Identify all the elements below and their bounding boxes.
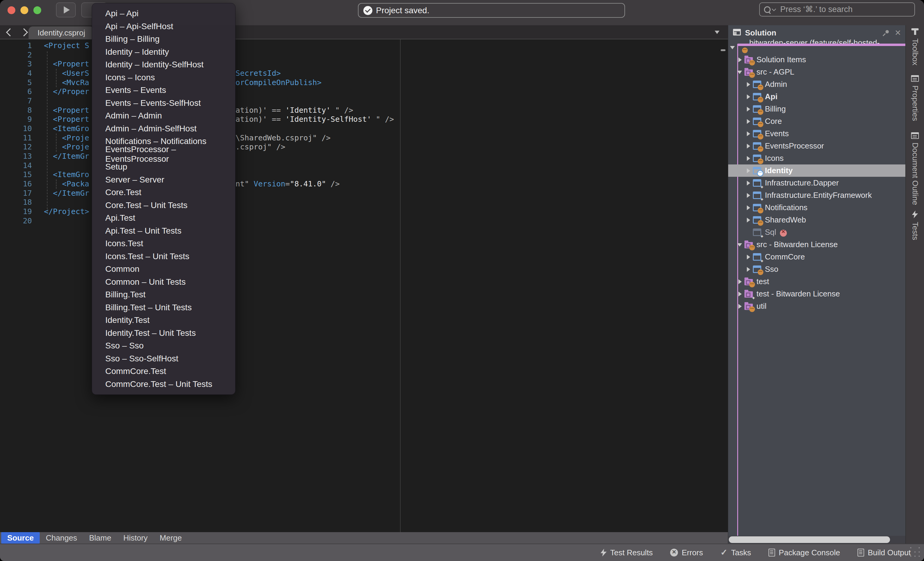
tree-item[interactable]: Api	[728, 90, 905, 103]
global-search-field[interactable]	[759, 2, 915, 16]
config-menu-item[interactable]: Events – Events	[92, 84, 235, 97]
disclosure-right-icon[interactable]	[745, 205, 752, 211]
tree-item[interactable]: Icons	[728, 152, 905, 165]
git-tab-history[interactable]: History	[117, 532, 154, 543]
config-menu-item[interactable]: Core.Test – Unit Tests	[92, 199, 235, 212]
disclosure-right-icon[interactable]	[745, 254, 752, 260]
config-menu-item[interactable]: Api – Api-SelfHost	[92, 20, 235, 33]
tree-item[interactable]: EventsProcessor	[728, 140, 905, 152]
disclosure-right-icon[interactable]	[736, 278, 743, 285]
resize-grip[interactable]	[910, 547, 921, 558]
disclosure-right-icon[interactable]	[745, 168, 752, 174]
config-menu-item[interactable]: Identity – Identity	[92, 46, 235, 58]
disclosure-right-icon[interactable]	[745, 94, 752, 100]
tree-item[interactable]: util	[728, 300, 905, 313]
global-search-input[interactable]	[780, 4, 901, 15]
config-menu-item[interactable]: Api – Api	[92, 7, 235, 20]
config-menu-item[interactable]: CommCore.Test	[92, 365, 235, 378]
config-menu-item[interactable]: CommCore.Test – Unit Tests	[92, 378, 235, 391]
tree-item[interactable]: src - Bitwarden License	[728, 238, 905, 251]
traffic-light-minimize-button[interactable]	[21, 6, 28, 14]
git-tab-blame[interactable]: Blame	[83, 532, 117, 543]
status-pad-package-console[interactable]: Package Console	[768, 548, 840, 557]
dock-item-toolbox[interactable]: Toolbox	[906, 28, 924, 66]
config-menu-item[interactable]: Api.Test – Unit Tests	[92, 224, 235, 238]
config-menu-item[interactable]: Api.Test	[92, 212, 235, 224]
config-menu-item[interactable]: EventsProcessor – EventsProcessor	[92, 148, 235, 161]
disclosure-right-icon[interactable]	[745, 192, 752, 199]
git-tab-changes[interactable]: Changes	[40, 532, 83, 543]
disclosure-right-icon[interactable]	[736, 291, 743, 297]
disclosure-right-icon[interactable]	[745, 266, 752, 273]
tree-item[interactable]: CommCore	[728, 251, 905, 263]
config-menu-item[interactable]: Billing.Test – Unit Tests	[92, 301, 235, 314]
disclosure-down-icon[interactable]	[736, 241, 743, 248]
disclosure-right-icon[interactable]	[745, 81, 752, 88]
dock-item-document-outline[interactable]: Document Outline	[906, 132, 924, 205]
status-pad-test-results[interactable]: Test Results	[601, 548, 653, 557]
tree-item[interactable]: Infrastructure.EntityFramework	[728, 189, 905, 202]
config-menu-item[interactable]: Events – Events-SelfHost	[92, 97, 235, 110]
disclosure-right-icon[interactable]	[745, 143, 752, 150]
git-tab-merge[interactable]: Merge	[154, 532, 188, 543]
disclosure-down-icon[interactable]	[729, 44, 736, 51]
disclosure-right-icon[interactable]	[745, 118, 752, 125]
config-menu-item[interactable]: Identity – Identity-SelfHost	[92, 58, 235, 71]
config-menu-item[interactable]: Billing – Billing	[92, 33, 235, 46]
nav-forward-icon[interactable]	[20, 28, 28, 36]
dock-item-properties[interactable]: Properties	[906, 75, 924, 121]
disclosure-right-icon[interactable]	[736, 57, 743, 63]
tree-item[interactable]: test - Bitwarden License	[728, 288, 905, 300]
disclosure-right-icon[interactable]	[745, 106, 752, 112]
config-menu-item[interactable]: Identity.Test – Unit Tests	[92, 327, 235, 340]
dock-item-tests[interactable]: Tests	[906, 211, 924, 240]
tree-item[interactable]: Admin	[728, 78, 905, 90]
tab-overflow-dropdown-icon[interactable]	[715, 31, 720, 34]
config-menu-item[interactable]: Sso – Sso	[92, 340, 235, 352]
config-menu-item[interactable]: Common – Unit Tests	[92, 276, 235, 289]
tree-item[interactable]: Core	[728, 115, 905, 127]
tree-item[interactable]: Events	[728, 127, 905, 140]
editor-scrollbar-thumb[interactable]	[721, 49, 726, 51]
tree-item[interactable]: test	[728, 275, 905, 288]
disclosure-right-icon[interactable]	[745, 155, 752, 162]
config-menu-item[interactable]: Admin – Admin	[92, 109, 235, 123]
tree-item[interactable]: Identity	[728, 165, 905, 177]
status-pad-errors[interactable]: Errors	[670, 548, 703, 557]
tab-identity-csproj[interactable]: Identity.csproj	[28, 27, 94, 39]
tree-item[interactable]: Sso	[728, 263, 905, 275]
tree-item[interactable]: bitwarden-server (feature/self-hosted-de…	[728, 41, 905, 54]
config-menu-item[interactable]: Server – Server	[92, 174, 235, 186]
tree-item[interactable]: Notifications	[728, 202, 905, 214]
solution-hscroll-track[interactable]	[728, 536, 905, 543]
run-button[interactable]	[56, 2, 76, 18]
disclosure-right-icon[interactable]	[745, 130, 752, 137]
disclosure-right-icon[interactable]	[736, 303, 743, 310]
status-pad-tasks[interactable]: ✓Tasks	[720, 548, 751, 557]
config-menu-item[interactable]: Identity.Test	[92, 314, 235, 327]
tree-item[interactable]: Billing	[728, 103, 905, 115]
config-menu-item[interactable]: Icons – Icons	[92, 71, 235, 84]
disclosure-right-icon[interactable]	[745, 180, 752, 186]
tree-item[interactable]: Solution Items	[728, 54, 905, 66]
config-menu-item[interactable]: Icons.Test – Unit Tests	[92, 250, 235, 263]
disclosure-right-icon[interactable]	[745, 217, 752, 223]
tree-item[interactable]: Infrastructure.Dapper	[728, 177, 905, 189]
config-menu-item[interactable]: Admin – Admin-SelfHost	[92, 123, 235, 135]
tree-item[interactable]: SharedWeb	[728, 214, 905, 226]
nav-back-icon[interactable]	[6, 28, 14, 36]
config-menu-item[interactable]: Core.Test	[92, 186, 235, 199]
config-menu-item[interactable]: Sso – Sso-SelfHost	[92, 352, 235, 365]
config-menu-item[interactable]: Common	[92, 263, 235, 276]
traffic-light-zoom-button[interactable]	[33, 6, 41, 14]
close-icon[interactable]: ✕	[894, 28, 901, 37]
config-menu-item[interactable]: Icons.Test	[92, 237, 235, 250]
disclosure-down-icon[interactable]	[736, 69, 743, 75]
tree-item[interactable]: src - AGPL	[728, 66, 905, 78]
tree-item[interactable]: Sql	[728, 226, 905, 238]
status-pad-build-output[interactable]: Build Output	[858, 548, 911, 557]
pin-icon[interactable]	[882, 30, 890, 37]
traffic-light-close-button[interactable]	[8, 6, 15, 14]
git-tab-source[interactable]: Source	[1, 532, 40, 543]
config-menu-item[interactable]: Billing.Test	[92, 288, 235, 301]
